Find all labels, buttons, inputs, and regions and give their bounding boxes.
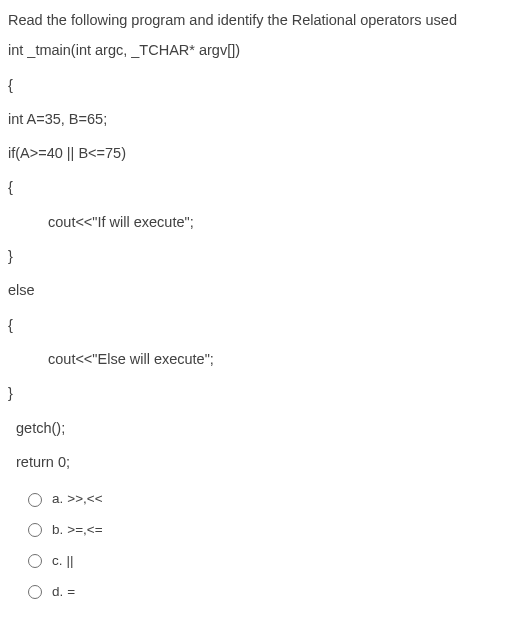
- option-a[interactable]: a. >>,<<: [28, 490, 509, 509]
- code-line: cout<<"If will execute";: [8, 212, 509, 232]
- option-b[interactable]: b. >=,<=: [28, 521, 509, 540]
- option-d[interactable]: d. =: [28, 583, 509, 602]
- code-block: int _tmain(int argc, _TCHAR* argv[]) { i…: [8, 40, 509, 472]
- code-line: else: [8, 280, 509, 300]
- option-text: ||: [67, 552, 74, 571]
- code-line: {: [8, 75, 509, 95]
- option-text: >>,<<: [67, 490, 102, 509]
- code-line: return 0;: [8, 452, 509, 472]
- option-text: >=,<=: [67, 521, 102, 540]
- radio-icon: [28, 523, 42, 537]
- code-line: if(A>=40 || B<=75): [8, 143, 509, 163]
- option-letter: b.: [52, 521, 63, 540]
- code-line: getch();: [8, 418, 509, 438]
- option-text: =: [67, 583, 75, 602]
- code-line: int A=35, B=65;: [8, 109, 509, 129]
- code-line: {: [8, 177, 509, 197]
- code-line: }: [8, 383, 509, 403]
- option-letter: a.: [52, 490, 63, 509]
- code-line: cout<<"Else will execute";: [8, 349, 509, 369]
- option-c[interactable]: c. ||: [28, 552, 509, 571]
- question-prompt: Read the following program and identify …: [8, 10, 509, 30]
- code-line: }: [8, 246, 509, 266]
- code-line: int _tmain(int argc, _TCHAR* argv[]): [8, 40, 509, 60]
- radio-icon: [28, 554, 42, 568]
- code-line: {: [8, 315, 509, 335]
- answer-options: a. >>,<< b. >=,<= c. || d. =: [8, 490, 509, 602]
- option-letter: d.: [52, 583, 63, 602]
- option-letter: c.: [52, 552, 63, 571]
- radio-icon: [28, 493, 42, 507]
- radio-icon: [28, 585, 42, 599]
